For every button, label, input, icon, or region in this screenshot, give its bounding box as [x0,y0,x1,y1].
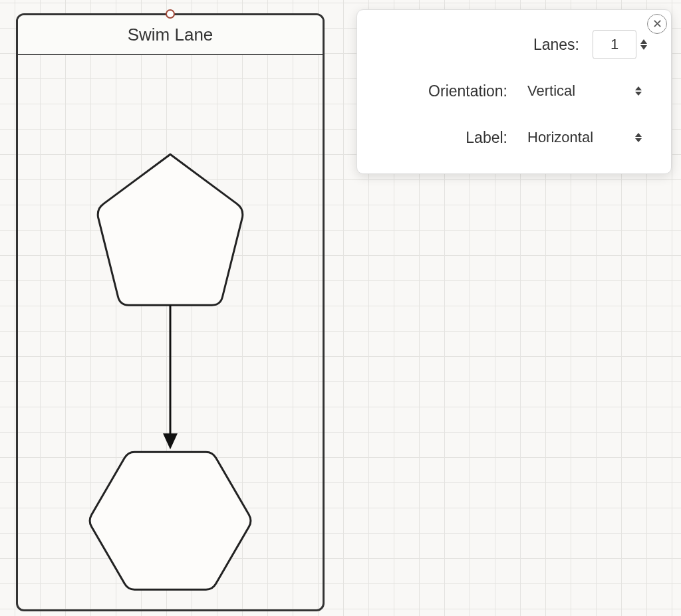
orientation-row: Orientation: Vertical [381,76,647,106]
chevron-sort-icon [635,133,647,142]
connection-handle-icon[interactable] [166,9,175,19]
lanes-row: Lanes: [381,30,647,59]
close-icon: ✕ [652,18,662,30]
chevron-sort-icon [635,86,647,96]
pentagon-shape[interactable] [98,154,243,305]
label-row: Label: Horizontal [381,123,647,152]
lanes-label: Lanes: [533,36,579,54]
lanes-stepper [593,30,647,59]
swimlane-container[interactable]: Swim Lane [16,13,325,611]
swimlane-title: Swim Lane [128,25,213,45]
swimlane-body[interactable] [18,55,323,609]
orientation-value: Vertical [521,82,635,100]
orientation-label: Orientation: [428,82,507,100]
swimlane-header[interactable]: Swim Lane [18,15,323,55]
arrowhead-icon [163,433,178,449]
lanes-increment-button[interactable] [640,39,647,44]
properties-panel: ✕ Lanes: Orientation: Vertical Label: Ho… [356,9,672,174]
hexagon-shape[interactable] [90,452,251,589]
label-label: Label: [466,129,507,147]
label-value: Horizontal [521,129,635,146]
close-button[interactable]: ✕ [647,14,667,34]
label-select[interactable]: Horizontal [521,123,647,152]
lanes-decrement-button[interactable] [640,45,647,50]
lanes-input[interactable] [593,30,636,59]
orientation-select[interactable]: Vertical [521,76,647,106]
